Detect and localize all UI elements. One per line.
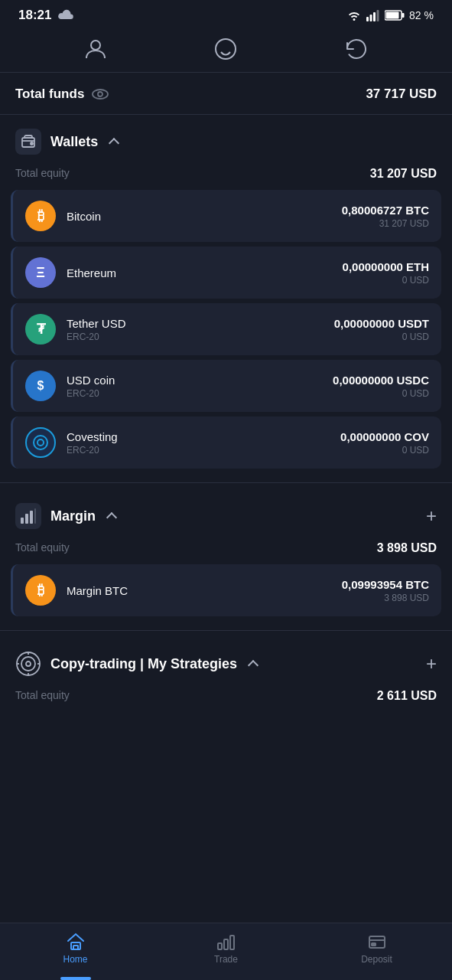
margin-section: Margin + Total equity 3 898 USD ₿ Margin…	[0, 489, 452, 624]
messages-button[interactable]	[213, 37, 238, 61]
nav-active-indicator	[60, 977, 91, 980]
margin-title: Margin	[50, 508, 96, 524]
margin-header: Margin +	[0, 489, 452, 538]
wallets-title: Wallets	[50, 134, 98, 150]
wallets-total-label: Total equity	[15, 167, 70, 181]
covesting-usd: 0 USD	[340, 445, 429, 456]
divider-1	[0, 482, 452, 483]
total-funds-row: Total funds 37 717 USD	[0, 73, 452, 115]
wallet-item-ethereum[interactable]: Ξ Ethereum 0,00000000 ETH 0 USD	[11, 247, 441, 299]
margin-header-left: Margin	[15, 503, 115, 529]
usdc-name: USD coin	[67, 374, 333, 387]
margin-total-label: Total equity	[15, 541, 70, 555]
svg-point-9	[93, 90, 108, 99]
tether-crypto: 0,00000000 USDT	[334, 317, 429, 330]
svg-point-19	[17, 652, 40, 675]
status-icons: 82 %	[346, 9, 434, 21]
copytrading-total-label: Total equity	[15, 689, 70, 703]
usdc-usd: 0 USD	[333, 388, 429, 399]
status-time: 18:21	[18, 8, 51, 23]
margin-list: ₿ Margin BTC 0,09993954 BTC 3 898 USD	[0, 564, 452, 624]
wallet-icon	[21, 134, 36, 149]
svg-point-8	[216, 39, 236, 59]
trade-icon	[216, 933, 236, 951]
usdc-icon: $	[25, 371, 56, 401]
wallet-item-margin-btc[interactable]: ₿ Margin BTC 0,09993954 BTC 3 898 USD	[11, 564, 441, 616]
main-scroll: Total funds 37 717 USD Wallets	[0, 73, 452, 980]
battery-icon	[385, 10, 405, 21]
wallets-header: Wallets	[0, 115, 452, 164]
svg-rect-29	[224, 939, 228, 949]
wallets-collapse-icon[interactable]	[109, 138, 119, 149]
bitcoin-icon: ₿	[25, 201, 56, 231]
ethereum-icon: Ξ	[25, 257, 56, 288]
wallet-item-covesting[interactable]: Covesting ERC-20 0,00000000 COV 0 USD	[11, 416, 441, 469]
svg-rect-6	[402, 13, 405, 18]
status-bar: 18:21 82 %	[0, 0, 452, 29]
svg-point-10	[98, 92, 102, 96]
history-button[interactable]	[344, 37, 369, 61]
svg-point-7	[91, 41, 100, 50]
copytrading-section: Copy-trading | My Strategies + Total equ…	[0, 637, 452, 712]
copytrading-header: Copy-trading | My Strategies +	[0, 637, 452, 686]
svg-rect-1	[370, 15, 372, 21]
wallet-item-tether[interactable]: ₮ Tether USD ERC-20 0,00000000 USDT 0 US…	[11, 303, 441, 355]
covesting-crypto: 0,00000000 COV	[340, 430, 429, 443]
svg-rect-16	[25, 514, 28, 524]
bottom-nav: Home Trade Deposit	[0, 923, 452, 980]
wallets-header-left: Wallets	[15, 129, 118, 155]
top-nav	[0, 29, 452, 73]
copytrading-add-button[interactable]: +	[426, 655, 437, 673]
wallet-item-bitcoin[interactable]: ₿ Bitcoin 0,80006727 BTC 31 207 USD	[11, 190, 441, 242]
home-icon	[66, 933, 86, 951]
wallets-total-amount: 31 207 USD	[370, 167, 437, 181]
wallets-total-row: Total equity 31 207 USD	[0, 164, 452, 190]
nav-home-button[interactable]: Home	[45, 933, 106, 965]
ethereum-usd: 0 USD	[343, 275, 429, 286]
wallets-section: Wallets Total equity 31 207 USD ₿ Bitcoi…	[0, 115, 452, 476]
battery-percent: 82 %	[409, 9, 434, 21]
wallets-list: ₿ Bitcoin 0,80006727 BTC 31 207 USD Ξ Et…	[0, 190, 452, 476]
bitcoin-name: Bitcoin	[67, 210, 342, 223]
margin-collapse-icon[interactable]	[106, 512, 117, 523]
ethereum-crypto: 0,00000000 ETH	[343, 260, 429, 273]
cloud-icon	[57, 9, 74, 21]
svg-rect-3	[377, 10, 379, 21]
chat-icon	[213, 37, 238, 61]
svg-rect-0	[366, 17, 369, 21]
margin-add-button[interactable]: +	[426, 507, 437, 525]
wallets-icon-box	[15, 129, 41, 155]
nav-trade-button[interactable]: Trade	[196, 933, 257, 965]
tether-icon: ₮	[25, 314, 56, 345]
svg-rect-27	[73, 946, 78, 949]
tether-subtitle: ERC-20	[67, 332, 334, 342]
eye-icon[interactable]	[92, 88, 109, 100]
svg-rect-12	[31, 142, 33, 145]
svg-rect-28	[218, 943, 222, 949]
margin-btc-name: Margin BTC	[67, 584, 342, 597]
copytrading-total-amount: 2 611 USD	[377, 689, 437, 703]
nav-home-label: Home	[63, 954, 87, 965]
covesting-name: Covesting	[67, 430, 340, 443]
svg-point-13	[34, 436, 47, 449]
deposit-icon	[367, 933, 387, 951]
svg-rect-18	[34, 508, 36, 524]
copytrading-icon-box	[15, 651, 41, 677]
margin-total-amount: 3 898 USD	[377, 541, 437, 555]
divider-2	[0, 630, 452, 631]
wallet-item-usdc[interactable]: $ USD coin ERC-20 0,00000000 USDC 0 USD	[11, 360, 441, 412]
profile-button[interactable]	[83, 37, 108, 61]
total-funds-left: Total funds	[15, 87, 109, 102]
wifi-icon	[346, 9, 362, 21]
copytrading-collapse-icon[interactable]	[248, 660, 259, 671]
signal-icon	[366, 9, 380, 21]
margin-total-row: Total equity 3 898 USD	[0, 538, 452, 564]
nav-deposit-button[interactable]: Deposit	[346, 933, 408, 965]
usdc-subtitle: ERC-20	[67, 388, 333, 399]
svg-point-14	[37, 439, 44, 446]
svg-rect-5	[386, 12, 399, 19]
covesting-symbol	[32, 434, 49, 451]
svg-rect-15	[21, 518, 24, 524]
profile-icon	[83, 37, 108, 61]
svg-point-20	[21, 657, 35, 671]
